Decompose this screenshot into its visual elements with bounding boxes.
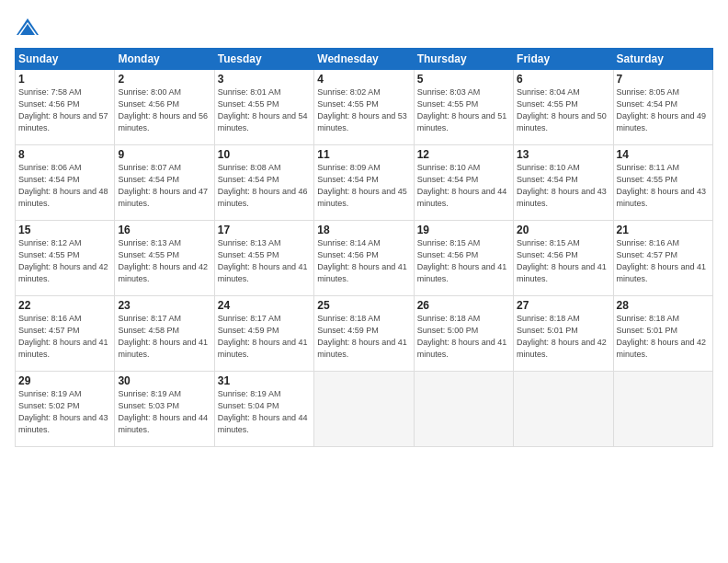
calendar-day-cell	[514, 372, 613, 447]
day-info: Sunrise: 8:14 AMSunset: 4:56 PMDaylight:…	[317, 237, 410, 285]
day-number: 15	[18, 224, 111, 236]
day-number: 18	[317, 224, 410, 236]
header-wednesday: Wednesday	[314, 49, 414, 70]
day-number: 3	[218, 73, 311, 86]
calendar-table: Sunday Monday Tuesday Wednesday Thursday…	[15, 48, 713, 447]
calendar-day-cell: 6Sunrise: 8:04 AMSunset: 4:55 PMDaylight…	[514, 70, 613, 145]
calendar-day-cell: 8Sunrise: 8:06 AMSunset: 4:54 PMDaylight…	[16, 145, 115, 221]
day-info: Sunrise: 8:03 AMSunset: 4:55 PMDaylight:…	[417, 86, 510, 134]
calendar-day-cell: 22Sunrise: 8:16 AMSunset: 4:57 PMDayligh…	[16, 296, 115, 372]
calendar-day-cell: 9Sunrise: 8:07 AMSunset: 4:54 PMDaylight…	[115, 145, 214, 221]
day-info: Sunrise: 8:04 AMSunset: 4:55 PMDaylight:…	[517, 86, 609, 134]
calendar-day-cell	[314, 372, 414, 447]
header-tuesday: Tuesday	[214, 49, 313, 70]
day-info: Sunrise: 8:10 AMSunset: 4:54 PMDaylight:…	[417, 162, 510, 210]
calendar-day-cell: 2Sunrise: 8:00 AMSunset: 4:56 PMDaylight…	[115, 70, 214, 145]
header-saturday: Saturday	[613, 49, 712, 70]
calendar-header-row: Sunday Monday Tuesday Wednesday Thursday…	[16, 49, 713, 70]
day-info: Sunrise: 8:06 AMSunset: 4:54 PMDaylight:…	[18, 162, 111, 210]
day-number: 12	[417, 148, 510, 161]
day-info: Sunrise: 8:19 AMSunset: 5:04 PMDaylight:…	[218, 388, 311, 436]
day-number: 25	[317, 299, 410, 312]
calendar-day-cell: 14Sunrise: 8:11 AMSunset: 4:55 PMDayligh…	[613, 145, 712, 221]
day-info: Sunrise: 8:15 AMSunset: 4:56 PMDaylight:…	[417, 237, 510, 285]
day-number: 23	[118, 299, 210, 312]
day-info: Sunrise: 8:13 AMSunset: 4:55 PMDaylight:…	[118, 237, 210, 285]
day-info: Sunrise: 7:58 AMSunset: 4:56 PMDaylight:…	[18, 86, 111, 134]
day-number: 14	[617, 148, 710, 161]
header-monday: Monday	[115, 49, 214, 70]
calendar-day-cell: 10Sunrise: 8:08 AMSunset: 4:54 PMDayligh…	[214, 145, 313, 221]
day-info: Sunrise: 8:11 AMSunset: 4:55 PMDaylight:…	[617, 162, 710, 210]
day-number: 8	[18, 148, 111, 161]
page-header	[15, 15, 713, 40]
day-info: Sunrise: 8:18 AMSunset: 5:01 PMDaylight:…	[617, 313, 710, 361]
calendar-day-cell: 28Sunrise: 8:18 AMSunset: 5:01 PMDayligh…	[613, 296, 712, 372]
day-number: 2	[118, 73, 210, 86]
calendar-day-cell	[414, 372, 513, 447]
calendar-day-cell: 4Sunrise: 8:02 AMSunset: 4:55 PMDaylight…	[314, 70, 414, 145]
day-info: Sunrise: 8:19 AMSunset: 5:02 PMDaylight:…	[18, 388, 111, 436]
day-number: 16	[118, 224, 210, 236]
calendar-day-cell: 15Sunrise: 8:12 AMSunset: 4:55 PMDayligh…	[16, 221, 115, 296]
day-number: 13	[517, 148, 609, 161]
day-number: 9	[118, 148, 210, 161]
calendar-day-cell: 3Sunrise: 8:01 AMSunset: 4:55 PMDaylight…	[214, 70, 313, 145]
day-number: 20	[517, 224, 609, 236]
day-number: 28	[617, 299, 710, 312]
header-sunday: Sunday	[16, 49, 115, 70]
day-info: Sunrise: 8:15 AMSunset: 4:56 PMDaylight:…	[517, 237, 609, 285]
day-info: Sunrise: 8:18 AMSunset: 5:01 PMDaylight:…	[517, 313, 609, 361]
calendar-day-cell: 1Sunrise: 7:58 AMSunset: 4:56 PMDaylight…	[16, 70, 115, 145]
calendar-day-cell: 12Sunrise: 8:10 AMSunset: 4:54 PMDayligh…	[414, 145, 513, 221]
logo	[15, 15, 44, 40]
day-info: Sunrise: 8:05 AMSunset: 4:54 PMDaylight:…	[617, 86, 710, 134]
day-info: Sunrise: 8:08 AMSunset: 4:54 PMDaylight:…	[218, 162, 311, 210]
calendar-week-row: 15Sunrise: 8:12 AMSunset: 4:55 PMDayligh…	[16, 221, 713, 296]
day-info: Sunrise: 8:13 AMSunset: 4:55 PMDaylight:…	[218, 237, 311, 285]
day-info: Sunrise: 8:10 AMSunset: 4:54 PMDaylight:…	[517, 162, 609, 210]
calendar-day-cell: 21Sunrise: 8:16 AMSunset: 4:57 PMDayligh…	[613, 221, 712, 296]
day-number: 10	[218, 148, 311, 161]
day-number: 4	[317, 73, 410, 86]
calendar-day-cell: 27Sunrise: 8:18 AMSunset: 5:01 PMDayligh…	[514, 296, 613, 372]
day-number: 17	[218, 224, 311, 236]
calendar-day-cell: 7Sunrise: 8:05 AMSunset: 4:54 PMDaylight…	[613, 70, 712, 145]
calendar-day-cell: 30Sunrise: 8:19 AMSunset: 5:03 PMDayligh…	[115, 372, 214, 447]
day-number: 29	[18, 374, 111, 387]
header-friday: Friday	[514, 49, 613, 70]
day-number: 1	[18, 73, 111, 86]
day-info: Sunrise: 8:18 AMSunset: 5:00 PMDaylight:…	[417, 313, 510, 361]
day-info: Sunrise: 8:12 AMSunset: 4:55 PMDaylight:…	[18, 237, 111, 285]
logo-icon	[15, 15, 40, 40]
day-number: 7	[617, 73, 710, 86]
calendar-day-cell: 23Sunrise: 8:17 AMSunset: 4:58 PMDayligh…	[115, 296, 214, 372]
calendar-day-cell: 25Sunrise: 8:18 AMSunset: 4:59 PMDayligh…	[314, 296, 414, 372]
calendar-week-row: 8Sunrise: 8:06 AMSunset: 4:54 PMDaylight…	[16, 145, 713, 221]
day-number: 22	[18, 299, 111, 312]
day-number: 5	[417, 73, 510, 86]
day-info: Sunrise: 8:07 AMSunset: 4:54 PMDaylight:…	[118, 162, 210, 210]
calendar-day-cell: 18Sunrise: 8:14 AMSunset: 4:56 PMDayligh…	[314, 221, 414, 296]
day-info: Sunrise: 8:17 AMSunset: 4:59 PMDaylight:…	[218, 313, 311, 361]
day-number: 27	[517, 299, 609, 312]
calendar-day-cell: 24Sunrise: 8:17 AMSunset: 4:59 PMDayligh…	[214, 296, 313, 372]
calendar-day-cell: 26Sunrise: 8:18 AMSunset: 5:00 PMDayligh…	[414, 296, 513, 372]
day-info: Sunrise: 8:19 AMSunset: 5:03 PMDaylight:…	[118, 388, 210, 436]
calendar-week-row: 22Sunrise: 8:16 AMSunset: 4:57 PMDayligh…	[16, 296, 713, 372]
day-info: Sunrise: 8:17 AMSunset: 4:58 PMDaylight:…	[118, 313, 210, 361]
calendar-day-cell: 16Sunrise: 8:13 AMSunset: 4:55 PMDayligh…	[115, 221, 214, 296]
calendar-day-cell: 19Sunrise: 8:15 AMSunset: 4:56 PMDayligh…	[414, 221, 513, 296]
day-info: Sunrise: 8:00 AMSunset: 4:56 PMDaylight:…	[118, 86, 210, 134]
day-info: Sunrise: 8:09 AMSunset: 4:54 PMDaylight:…	[317, 162, 410, 210]
calendar-day-cell	[613, 372, 712, 447]
day-number: 26	[417, 299, 510, 312]
calendar-day-cell: 11Sunrise: 8:09 AMSunset: 4:54 PMDayligh…	[314, 145, 414, 221]
day-info: Sunrise: 8:01 AMSunset: 4:55 PMDaylight:…	[218, 86, 311, 134]
day-number: 19	[417, 224, 510, 236]
calendar-day-cell: 20Sunrise: 8:15 AMSunset: 4:56 PMDayligh…	[514, 221, 613, 296]
day-number: 21	[617, 224, 710, 236]
day-info: Sunrise: 8:02 AMSunset: 4:55 PMDaylight:…	[317, 86, 410, 134]
day-info: Sunrise: 8:16 AMSunset: 4:57 PMDaylight:…	[18, 313, 111, 361]
calendar-day-cell: 31Sunrise: 8:19 AMSunset: 5:04 PMDayligh…	[214, 372, 313, 447]
